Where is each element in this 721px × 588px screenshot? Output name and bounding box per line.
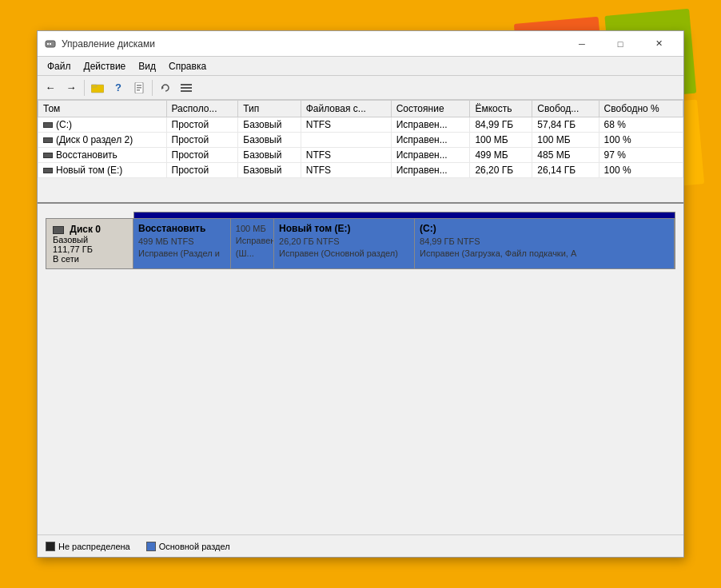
partition-line3-e: Исправен (Основной раздел) xyxy=(279,248,409,260)
folder-button[interactable] xyxy=(88,78,107,97)
app-icon xyxy=(44,38,57,50)
col-capacity[interactable]: Ёмкость xyxy=(470,101,532,117)
volumes-table-area: Том Располо... Тип Файловая с... Состоян… xyxy=(38,100,683,204)
partition-title-recover: Восстановить xyxy=(138,223,225,234)
toolbar-separator-2 xyxy=(152,80,153,96)
partition-e[interactable]: Новый том (E:)26,20 ГБ NTFSИсправен (Осн… xyxy=(274,219,415,268)
toolbar-separator-1 xyxy=(84,80,85,96)
disk-map-scroll-area: Диск 0 Базовый 111,77 ГБ В сети Восстано… xyxy=(38,204,683,557)
menu-view[interactable]: Вид xyxy=(132,58,162,74)
toolbar: ← → ? xyxy=(38,76,683,100)
svg-rect-10 xyxy=(181,84,192,85)
col-volume[interactable]: Том xyxy=(38,101,167,117)
disk-map-area: Диск 0 Базовый 111,77 ГБ В сети Восстано… xyxy=(38,204,683,557)
close-button[interactable]: ✕ xyxy=(640,33,677,55)
partition-title-c: (C:) xyxy=(420,223,669,234)
forward-button[interactable]: → xyxy=(62,78,81,97)
partition-line3-recover: Исправен (Раздел и xyxy=(138,248,225,260)
maximize-button[interactable]: □ xyxy=(602,33,639,55)
legend-bar: Не распределена Основной раздел xyxy=(38,534,683,557)
menu-help[interactable]: Справка xyxy=(162,58,213,74)
svg-rect-12 xyxy=(181,90,192,92)
disk0-partitions: Восстановить499 МБ NTFSИсправен (Раздел … xyxy=(133,218,675,269)
partition-line2-recover: 499 МБ NTFS xyxy=(138,236,225,248)
svg-rect-8 xyxy=(137,89,140,91)
window-title: Управление дисками xyxy=(62,38,155,50)
svg-rect-4 xyxy=(91,85,97,87)
title-bar: Управление дисками ─ □ ✕ xyxy=(38,31,683,57)
list-button[interactable] xyxy=(177,78,196,97)
menu-file[interactable]: Файл xyxy=(41,58,78,74)
partition-line2-e: 26,20 ГБ NTFS xyxy=(279,236,409,248)
props-button[interactable] xyxy=(129,78,149,97)
partition-100mb[interactable]: 100 МБИсправен (Ш... xyxy=(231,219,274,268)
disk-management-window: Управление дисками ─ □ ✕ Файл Действие В… xyxy=(37,30,684,558)
volumes-table: Том Располо... Тип Файловая с... Состоян… xyxy=(38,100,683,178)
table-row[interactable]: (C:)ПростойБазовыйNTFSИсправен...84,99 Г… xyxy=(38,117,683,133)
table-row[interactable]: (Диск 0 раздел 2)ПростойБазовыйИсправен.… xyxy=(38,133,683,148)
col-location[interactable]: Располо... xyxy=(166,101,238,117)
table-row[interactable]: Новый том (E:)ПростойБазовыйNTFSИсправен… xyxy=(38,163,683,178)
col-filesystem[interactable]: Файловая с... xyxy=(301,101,391,117)
partition-line2-c: 84,99 ГБ NTFS xyxy=(420,236,669,248)
col-free[interactable]: Свобод... xyxy=(532,101,599,117)
help-button[interactable]: ? xyxy=(109,78,128,97)
disk0-row: Диск 0 Базовый 111,77 ГБ В сети Восстано… xyxy=(46,218,675,269)
legend-unallocated: Не распределена xyxy=(46,542,130,551)
col-status[interactable]: Состояние xyxy=(391,101,470,117)
col-type[interactable]: Тип xyxy=(238,101,301,117)
legend-unallocated-label: Не распределена xyxy=(58,542,130,551)
legend-primary-box xyxy=(146,542,156,551)
svg-rect-6 xyxy=(137,85,141,86)
partition-line3-100mb: Исправен (Ш... xyxy=(236,235,269,260)
partition-line3-c: Исправен (Загрузка, Файл подкачки, А xyxy=(420,248,669,260)
minimize-button[interactable]: ─ xyxy=(564,33,600,55)
disk0-label: Диск 0 Базовый 111,77 ГБ В сети xyxy=(46,218,133,269)
disk0-blue-bar xyxy=(133,212,675,218)
svg-rect-11 xyxy=(181,87,192,89)
partition-title-e: Новый том (E:) xyxy=(279,223,409,234)
legend-primary-label: Основной раздел xyxy=(159,542,230,551)
title-bar-left: Управление дисками xyxy=(44,38,155,50)
back-button[interactable]: ← xyxy=(41,78,60,97)
svg-rect-7 xyxy=(137,87,141,89)
menu-action[interactable]: Действие xyxy=(78,58,133,74)
svg-rect-1 xyxy=(47,43,49,45)
table-row[interactable]: ВосстановитьПростойБазовыйNTFSИсправен..… xyxy=(38,148,683,163)
refresh-button[interactable] xyxy=(156,78,175,97)
col-free-pct[interactable]: Свободно % xyxy=(599,101,683,117)
legend-primary: Основной раздел xyxy=(146,542,230,551)
disk0-label-title: Диск 0 xyxy=(53,224,126,235)
partition-line2-100mb: 100 МБ xyxy=(236,223,269,235)
title-controls: ─ □ ✕ xyxy=(564,33,677,55)
svg-rect-2 xyxy=(50,43,51,45)
table-header-row: Том Располо... Тип Файловая с... Состоян… xyxy=(38,101,683,117)
partition-c[interactable]: (C:)84,99 ГБ NTFSИсправен (Загрузка, Фай… xyxy=(415,219,675,268)
menu-bar: Файл Действие Вид Справка xyxy=(38,57,683,76)
legend-unallocated-box xyxy=(46,542,55,551)
partition-recover[interactable]: Восстановить499 МБ NTFSИсправен (Раздел … xyxy=(133,219,231,268)
